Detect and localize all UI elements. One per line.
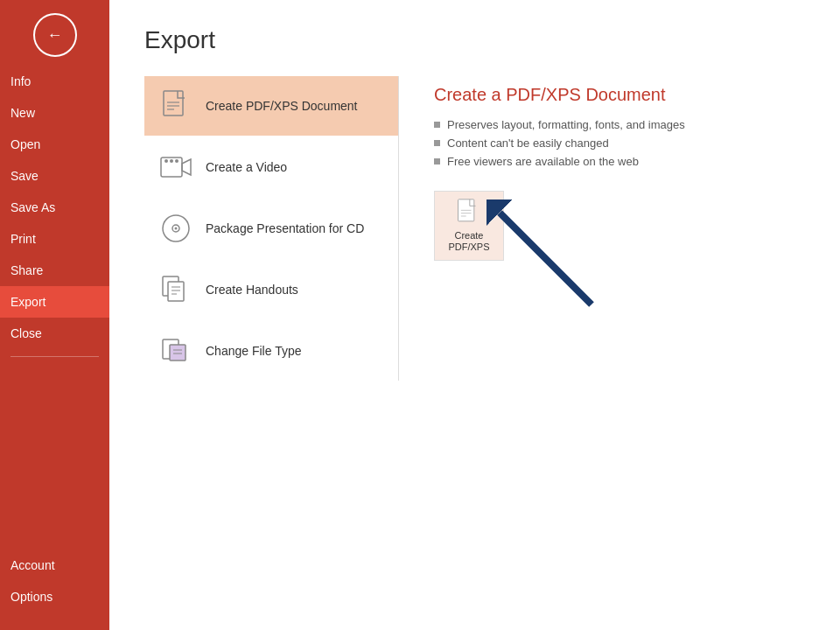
export-item-pdf[interactable]: Create PDF/XPS Document [144, 76, 398, 136]
cd-icon [158, 211, 193, 246]
export-item-cd[interactable]: Package Presentation for CD [144, 199, 398, 258]
bullet-item-2: Content can't be easily changed [434, 136, 770, 150]
export-item-video[interactable]: Create a Video [144, 137, 398, 197]
create-btn-area: CreatePDF/XPS [434, 191, 770, 261]
sidebar-item-print[interactable]: Print [0, 223, 109, 255]
export-item-pdf-label: Create PDF/XPS Document [206, 99, 358, 113]
right-panel: Create a PDF/XPS Document Preserves layo… [399, 76, 805, 381]
sidebar-item-open[interactable]: Open [0, 129, 109, 160]
sidebar-divider [10, 356, 99, 357]
sidebar-item-save[interactable]: Save [0, 160, 109, 192]
export-row: Create PDF/XPS Document Create a Video [144, 76, 805, 381]
export-list: Create PDF/XPS Document Create a Video [144, 76, 398, 381]
bullet-item-3: Free viewers are available on the web [434, 155, 770, 168]
video-icon [158, 150, 193, 185]
bullet-icon-2 [434, 140, 440, 146]
sidebar-item-new[interactable]: New [0, 97, 109, 129]
svg-line-26 [500, 213, 592, 304]
export-item-filetype[interactable]: Change File Type [144, 321, 398, 381]
svg-rect-13 [168, 282, 184, 301]
svg-rect-0 [164, 91, 183, 116]
export-item-cd-label: Package Presentation for CD [206, 221, 364, 235]
export-item-handouts-label: Create Handouts [206, 283, 298, 297]
bullet-list: Preserves layout, formatting, fonts, and… [434, 118, 770, 173]
sidebar-item-export[interactable]: Export [0, 286, 109, 318]
sidebar-bottom: Account Options [0, 550, 109, 630]
svg-rect-18 [170, 345, 186, 360]
sidebar-item-info[interactable]: Info [0, 66, 109, 97]
sidebar-item-options[interactable]: Options [0, 581, 109, 612]
pdf-file-icon [455, 199, 483, 227]
export-item-handouts[interactable]: Create Handouts [144, 260, 398, 319]
pdf-doc-icon [158, 88, 193, 123]
bullet-icon-3 [434, 158, 440, 164]
sidebar-nav: Info New Open Save Save As Print Share E… [0, 66, 109, 349]
right-panel-title: Create a PDF/XPS Document [434, 85, 770, 105]
back-button[interactable]: ← [33, 13, 77, 57]
svg-point-11 [175, 228, 178, 230]
create-pdf-xps-button[interactable]: CreatePDF/XPS [434, 191, 504, 261]
svg-marker-5 [182, 159, 191, 175]
page-title: Export [144, 26, 805, 54]
svg-point-7 [170, 159, 173, 163]
handouts-icon [158, 272, 193, 307]
sidebar-item-saveas[interactable]: Save As [0, 192, 109, 223]
back-arrow-icon: ← [47, 26, 63, 45]
filetype-icon [158, 333, 193, 368]
bullet-icon-1 [434, 122, 440, 128]
main-content: Export Create PDF/XPS Document [109, 0, 840, 630]
sidebar-item-account[interactable]: Account [0, 550, 109, 581]
sidebar-item-share[interactable]: Share [0, 255, 109, 286]
sidebar: ← Info New Open Save Save As Print Share… [0, 0, 109, 630]
svg-point-6 [164, 159, 168, 163]
export-item-video-label: Create a Video [206, 160, 287, 174]
export-item-filetype-label: Change File Type [206, 344, 301, 358]
bullet-item-1: Preserves layout, formatting, fonts, and… [434, 118, 770, 131]
svg-point-8 [175, 159, 178, 163]
sidebar-item-close[interactable]: Close [0, 318, 109, 349]
create-pdf-btn-label: CreatePDF/XPS [448, 230, 489, 253]
